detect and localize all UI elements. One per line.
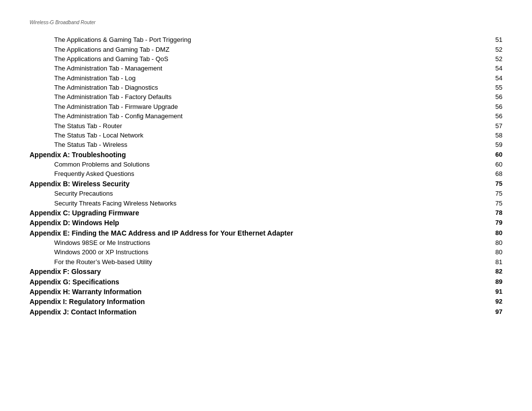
toc-row: The Status Tab - Wireless59: [30, 140, 502, 149]
toc-item-text: The Status Tab - Wireless: [30, 140, 490, 149]
toc-row: The Administration Tab - Log54: [30, 73, 502, 83]
toc-item-text: The Applications and Gaming Tab - DMZ: [30, 44, 490, 54]
toc-page-number: 60: [490, 150, 502, 160]
toc-page-number: 75: [490, 189, 502, 198]
toc-page-number: 82: [490, 267, 502, 276]
toc-item-text: Security Precautions: [30, 189, 490, 198]
toc-row: Windows 2000 or XP Instructions80: [30, 247, 502, 257]
toc-item-text: Frequently Asked Questions: [30, 169, 490, 178]
toc-page-number: 80: [490, 247, 502, 257]
toc-row: The Applications and Gaming Tab - DMZ52: [30, 44, 502, 54]
toc-page-number: 59: [490, 140, 502, 149]
toc-row: Appendix A: Troubleshooting60: [30, 150, 502, 160]
toc-row: The Applications & Gaming Tab - Port Tri…: [30, 35, 502, 44]
toc-page-number: 80: [490, 238, 502, 247]
toc-item-text: The Status Tab - Router: [30, 121, 490, 130]
toc-row: Frequently Asked Questions68: [30, 169, 502, 178]
toc-item-text: Windows 2000 or XP Instructions: [30, 247, 490, 257]
toc-page-number: 52: [490, 44, 502, 54]
toc-page-number: 97: [490, 307, 502, 317]
toc-page-number: 56: [490, 111, 502, 121]
toc-page-number: 81: [490, 257, 502, 267]
toc-page-number: 56: [490, 102, 502, 111]
toc-item-text: Appendix C: Upgrading Firmware: [30, 208, 490, 218]
toc-item-text: Security Threats Facing Wireless Network…: [30, 198, 490, 207]
toc-page-number: 55: [490, 83, 502, 92]
toc-row: The Status Tab - Router57: [30, 121, 502, 130]
toc-page-number: 80: [490, 228, 502, 238]
toc-page-number: 54: [490, 73, 502, 83]
toc-row: The Administration Tab - Diagnostics55: [30, 83, 502, 92]
toc-row: The Applications and Gaming Tab - QoS52: [30, 54, 502, 64]
toc-item-text: The Administration Tab - Management: [30, 64, 490, 73]
toc-item-text: The Administration Tab - Firmware Upgrad…: [30, 102, 490, 111]
toc-page-number: 51: [490, 35, 502, 44]
toc-row: The Administration Tab - Config Manageme…: [30, 111, 502, 121]
toc-page-number: 57: [490, 121, 502, 130]
toc-row: Appendix B: Wireless Security75: [30, 179, 502, 189]
toc-item-text: Appendix G: Specifications: [30, 276, 490, 286]
toc-item-text: Appendix I: Regulatory Information: [30, 297, 490, 307]
toc-page-number: 54: [490, 64, 502, 73]
toc-table: The Applications & Gaming Tab - Port Tri…: [30, 35, 502, 317]
toc-row: The Administration Tab - Management54: [30, 64, 502, 73]
toc-row: Security Precautions75: [30, 189, 502, 198]
toc-item-text: Windows 98SE or Me Instructions: [30, 238, 490, 247]
toc-page-number: 58: [490, 131, 502, 140]
toc-item-text: The Applications & Gaming Tab - Port Tri…: [30, 35, 490, 44]
toc-row: Appendix F: Glossary82: [30, 267, 502, 276]
toc-row: The Administration Tab - Firmware Upgrad…: [30, 102, 502, 111]
toc-item-text: Appendix F: Glossary: [30, 267, 490, 276]
page: Wireless-G Broadband Router The Applicat…: [0, 0, 532, 411]
toc-item-text: The Administration Tab - Log: [30, 73, 490, 83]
toc-row: Appendix H: Warranty Information91: [30, 287, 502, 297]
toc-page-number: 56: [490, 92, 502, 102]
toc-page-number: 75: [490, 198, 502, 207]
toc-item-text: Appendix D: Windows Help: [30, 218, 490, 228]
toc-page-number: 68: [490, 169, 502, 178]
toc-row: Appendix C: Upgrading Firmware78: [30, 208, 502, 218]
toc-item-text: Appendix H: Warranty Information: [30, 287, 490, 297]
toc-row: Appendix E: Finding the MAC Address and …: [30, 228, 502, 238]
toc-row: For the Router’s Web-based Utility81: [30, 257, 502, 267]
toc-row: Appendix I: Regulatory Information92: [30, 297, 502, 307]
toc-row: Windows 98SE or Me Instructions80: [30, 238, 502, 247]
toc-page-number: 75: [490, 179, 502, 189]
toc-page-number: 92: [490, 297, 502, 307]
toc-page-number: 91: [490, 287, 502, 297]
toc-page-number: 60: [490, 160, 502, 169]
toc-item-text: The Applications and Gaming Tab - QoS: [30, 54, 490, 64]
toc-page-number: 52: [490, 54, 502, 64]
toc-item-text: Common Problems and Solutions: [30, 160, 490, 169]
page-header-label: Wireless-G Broadband Router: [30, 20, 502, 25]
toc-item-text: Appendix B: Wireless Security: [30, 179, 490, 189]
toc-item-text: The Administration Tab - Config Manageme…: [30, 111, 490, 121]
toc-page-number: 79: [490, 218, 502, 228]
toc-row: The Administration Tab - Factory Default…: [30, 92, 502, 102]
toc-item-text: Appendix A: Troubleshooting: [30, 150, 490, 160]
toc-item-text: The Administration Tab - Factory Default…: [30, 92, 490, 102]
toc-item-text: Appendix E: Finding the MAC Address and …: [30, 228, 490, 238]
toc-item-text: The Administration Tab - Diagnostics: [30, 83, 490, 92]
toc-row: Common Problems and Solutions60: [30, 160, 502, 169]
toc-row: Appendix J: Contact Information97: [30, 307, 502, 317]
toc-row: The Status Tab - Local Network58: [30, 131, 502, 140]
toc-row: Appendix D: Windows Help79: [30, 218, 502, 228]
toc-row: Appendix G: Specifications89: [30, 276, 502, 286]
toc-page-number: 78: [490, 208, 502, 218]
toc-page-number: 89: [490, 276, 502, 286]
toc-item-text: Appendix J: Contact Information: [30, 307, 490, 317]
toc-item-text: For the Router’s Web-based Utility: [30, 257, 490, 267]
toc-row: Security Threats Facing Wireless Network…: [30, 198, 502, 207]
toc-item-text: The Status Tab - Local Network: [30, 131, 490, 140]
